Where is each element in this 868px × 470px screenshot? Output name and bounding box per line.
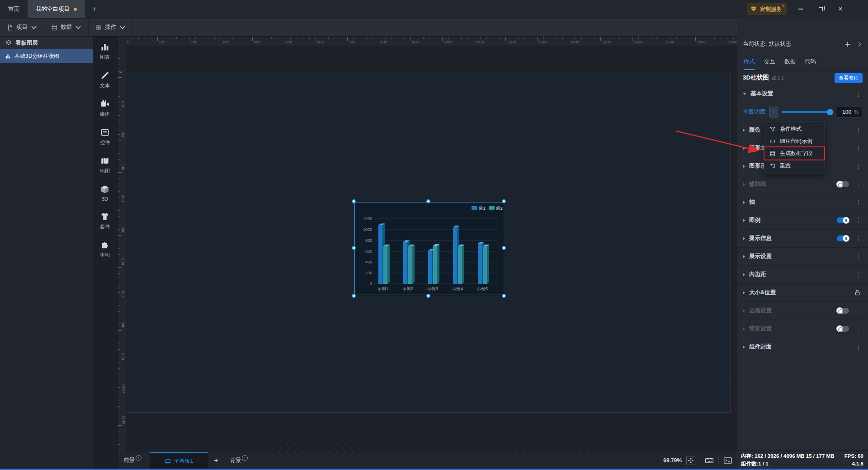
restore-button[interactable] [812,0,829,18]
section-toggle[interactable] [837,235,849,241]
chevron-right-icon[interactable] [743,164,745,168]
inspector-tab-交互[interactable]: 交互 [764,53,775,70]
dock-item-地图[interactable]: 地图 [100,156,110,174]
section-menu-icon[interactable]: ⋮ [854,272,863,278]
chevron-right-icon[interactable] [743,273,745,277]
layer-item-selected[interactable]: 基础3D分组柱状图 [0,49,93,63]
canvas-view[interactable]: 020040060080010001200示例1示例2示例3示例4示例5值1值2 [126,46,737,452]
resize-handle-top-right[interactable] [502,199,506,203]
chevron-right-icon[interactable] [743,183,745,186]
console-icon[interactable] [723,456,732,465]
resize-handle-bottom-center[interactable] [426,294,430,298]
chevron-right-icon[interactable] [743,201,745,204]
inspector-tab-数据[interactable]: 数据 [784,53,796,70]
section-row-内边距[interactable]: 内边距⋮ [737,266,868,284]
subboard-tab-active[interactable]: 子看板1 [150,452,208,469]
chevron-right-icon[interactable] [743,128,745,132]
close-button[interactable]: × [832,0,849,18]
chevron-right-icon[interactable] [743,327,745,331]
foreground-button[interactable]: 前景 + [118,452,146,469]
section-row-提示信息[interactable]: 提示信息⋮ [737,230,868,248]
new-tab-button[interactable]: + [85,0,104,18]
dock-item-图表[interactable]: 图表 [100,42,110,61]
section-menu-icon[interactable]: ⋮ [854,145,863,151]
custom-service-button[interactable]: 定制服务 [747,3,787,15]
background-label: 背景 [230,456,241,464]
tutorial-button[interactable]: 查看教程 [835,73,863,83]
fit-screen-icon[interactable] [686,456,695,465]
chevron-down-icon[interactable] [743,93,746,95]
slider-knob[interactable] [827,109,833,115]
section-toggle[interactable] [837,326,849,332]
section-menu-icon[interactable]: ⋮ [854,181,863,188]
project-tab[interactable]: 首页 [0,0,28,18]
chevron-right-icon[interactable] [743,146,745,150]
section-row-辅助线[interactable]: 辅助线⋮ [737,175,868,193]
resize-handle-top-center[interactable] [426,199,430,203]
keyboard-shortcuts-icon[interactable] [705,456,714,465]
add-subboard-button[interactable]: + [208,452,224,469]
context-menu-item-生成数据字段[interactable]: 生成数据字段 [764,147,824,160]
chevron-right-icon[interactable] [743,255,745,258]
section-toggle[interactable] [837,217,849,223]
section-menu-icon[interactable]: ⋮ [854,235,863,242]
section-row-基本设置[interactable]: 基本设置⋮ [737,85,868,103]
section-row-展示设置[interactable]: 展示设置⋮ [737,248,868,266]
add-state-icon[interactable] [844,41,851,47]
inspector-tab-样式[interactable]: 样式 [744,53,755,70]
ruler-label: 700 [349,40,355,44]
minimize-button[interactable] [792,0,809,18]
section-row-大小&位置[interactable]: 大小&位置 [737,284,868,302]
menu-项目[interactable]: 项目 [0,19,44,36]
resize-handle-middle-left[interactable] [352,246,356,250]
section-menu-icon[interactable]: ⋮ [854,254,863,260]
opacity-slider[interactable] [782,109,832,115]
section-menu-icon[interactable]: ⋮ [854,127,863,133]
context-menu-item-调用代码示例[interactable]: 调用代码示例 [764,135,824,147]
resize-handle-middle-right[interactable] [502,246,506,250]
resize-handle-bottom-right[interactable] [502,294,506,298]
section-row-组件封面[interactable]: 组件封面⋮ [737,338,868,356]
section-menu-icon[interactable]: ⋮ [854,91,863,97]
section-row-轴[interactable]: 轴⋮ [737,193,868,212]
dock-item-媒体[interactable]: 媒体 [100,99,110,118]
expand-states-icon[interactable] [856,41,863,47]
section-menu-icon[interactable]: ⋮ [854,344,863,350]
section-row-背景设置[interactable]: 背景设置⋮ [737,320,868,338]
add-background-icon[interactable]: + [242,455,248,461]
menu-操作[interactable]: 操作 [89,19,133,36]
section-menu-icon[interactable]: ⋮ [854,326,863,332]
section-menu-icon[interactable]: ⋮ [854,217,863,224]
chevron-right-icon[interactable] [743,309,745,313]
dock-item-控件[interactable]: 控件 [100,128,110,146]
context-menu-item-重置[interactable]: 重置 [764,160,824,172]
section-row-边框设置[interactable]: 边框设置⋮ [737,302,868,320]
opacity-menu-button[interactable]: ⋮ [769,107,778,118]
inspector-tab-代码[interactable]: 代码 [805,53,816,70]
chevron-right-icon[interactable] [743,345,745,349]
dock-item-文本[interactable]: 文本 [100,71,110,89]
context-menu-item-条件样式[interactable]: 条件样式 [764,123,824,135]
section-row-图例[interactable]: 图例⋮ [737,212,868,230]
background-button[interactable]: 背景 + [224,452,252,469]
lock-icon[interactable] [854,289,861,296]
section-menu-icon[interactable]: ⋮ [854,308,863,314]
dock-item-套件[interactable]: 套件 [100,212,110,230]
section-menu-icon[interactable]: ⋮ [854,199,863,206]
add-foreground-icon[interactable]: + [136,455,142,461]
design-board[interactable]: 020040060080010001200示例1示例2示例3示例4示例5值1值2 [126,72,731,413]
section-menu-icon[interactable]: ⋮ [854,163,863,169]
resize-handle-bottom-left[interactable] [352,294,356,298]
project-tab[interactable]: 我的空白项目 [28,0,85,18]
chevron-right-icon[interactable] [743,219,745,222]
dock-item-3D[interactable]: 3D [100,185,109,202]
section-toggle[interactable] [837,181,849,187]
resize-handle-top-left[interactable] [352,199,356,203]
chevron-right-icon[interactable] [743,237,745,240]
dock-item-本地[interactable]: 本地 [100,240,110,258]
chart-widget[interactable]: 020040060080010001200示例1示例2示例3示例4示例5值1值2 [355,202,503,295]
menu-数据[interactable]: 数据 [44,19,89,36]
section-toggle[interactable] [837,308,849,314]
chevron-right-icon[interactable] [743,291,745,295]
opacity-input[interactable]: 100% [836,107,862,118]
